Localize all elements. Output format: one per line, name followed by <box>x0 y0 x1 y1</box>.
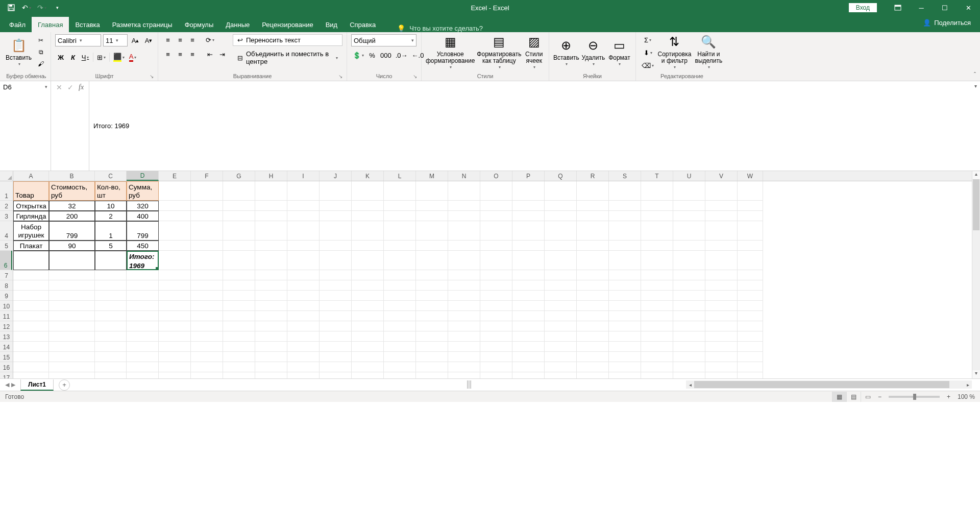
cell[interactable] <box>609 280 641 291</box>
cell[interactable] <box>577 270 609 280</box>
cell[interactable] <box>49 291 95 301</box>
cell[interactable] <box>609 291 641 301</box>
cell[interactable] <box>448 241 480 251</box>
cell[interactable] <box>545 301 577 311</box>
cell[interactable] <box>13 362 49 372</box>
cell[interactable] <box>223 221 255 241</box>
cell[interactable]: 2 <box>95 211 127 221</box>
cell[interactable] <box>641 331 673 342</box>
cell[interactable]: 320 <box>127 201 159 211</box>
cell[interactable] <box>577 352 609 362</box>
launcher-icon[interactable]: ↘ <box>42 74 46 79</box>
cell[interactable] <box>223 251 255 270</box>
row-header[interactable]: 5 <box>0 241 13 251</box>
redo-icon[interactable]: ↷▾ <box>37 3 47 13</box>
cell[interactable] <box>13 291 49 301</box>
cell[interactable] <box>49 301 95 311</box>
cell[interactable] <box>705 342 738 352</box>
cell[interactable] <box>49 342 95 352</box>
cell[interactable] <box>738 211 763 221</box>
cell[interactable] <box>384 181 416 201</box>
column-header[interactable]: G <box>223 171 255 181</box>
cell[interactable] <box>609 342 641 352</box>
cell[interactable] <box>738 362 763 372</box>
cell[interactable] <box>738 301 763 311</box>
column-header[interactable]: U <box>673 171 705 181</box>
scroll-up-icon[interactable]: ▴ <box>972 171 980 179</box>
cell[interactable] <box>127 321 159 331</box>
view-page-break-icon[interactable]: ▭ <box>861 392 875 402</box>
cell[interactable] <box>255 321 287 331</box>
zoom-knob[interactable] <box>913 394 916 400</box>
cell[interactable] <box>13 331 49 342</box>
cell[interactable] <box>13 251 49 270</box>
sheet-tab-active[interactable]: Лист1 <box>20 379 54 391</box>
cell[interactable] <box>705 301 738 311</box>
cell[interactable] <box>49 372 95 378</box>
cell[interactable] <box>255 342 287 352</box>
cell[interactable]: 450 <box>127 241 159 251</box>
insert-cells-button[interactable]: ⊕Вставить▾ <box>553 34 579 70</box>
cell[interactable] <box>545 372 577 378</box>
cell[interactable] <box>448 221 480 241</box>
cell[interactable] <box>95 352 127 362</box>
cell[interactable] <box>191 342 223 352</box>
align-right-icon[interactable]: ≡ <box>187 49 198 60</box>
cell[interactable] <box>191 211 223 221</box>
cell[interactable] <box>287 211 320 221</box>
cell[interactable] <box>352 311 384 321</box>
cell[interactable] <box>609 311 641 321</box>
scroll-right-icon[interactable]: ▸ <box>964 382 972 388</box>
cell[interactable] <box>673 301 705 311</box>
percent-icon[interactable]: % <box>366 50 378 61</box>
cell[interactable] <box>191 280 223 291</box>
cell[interactable] <box>223 280 255 291</box>
cell[interactable] <box>480 352 512 362</box>
cell[interactable] <box>480 221 512 241</box>
row-header[interactable]: 4 <box>0 221 13 241</box>
cell[interactable] <box>448 291 480 301</box>
font-name-combo[interactable]: Calibri▾ <box>55 34 101 46</box>
cell[interactable] <box>95 372 127 378</box>
row-header[interactable]: 9 <box>0 291 13 301</box>
cell[interactable] <box>95 331 127 342</box>
cell[interactable] <box>159 280 191 291</box>
cell[interactable] <box>95 362 127 372</box>
cell[interactable] <box>480 372 512 378</box>
cell[interactable] <box>49 362 95 372</box>
sheet-next-icon[interactable]: ▶ <box>11 381 15 388</box>
cell[interactable] <box>738 221 763 241</box>
cell[interactable] <box>705 270 738 280</box>
cell[interactable] <box>127 331 159 342</box>
row-header[interactable]: 3 <box>0 211 13 221</box>
cell[interactable] <box>705 280 738 291</box>
cell[interactable] <box>577 321 609 331</box>
cell[interactable] <box>287 362 320 372</box>
cell[interactable] <box>416 221 448 241</box>
cell[interactable] <box>673 311 705 321</box>
cell[interactable] <box>320 221 352 241</box>
cell[interactable] <box>738 352 763 362</box>
cell[interactable] <box>320 362 352 372</box>
cell[interactable] <box>416 201 448 211</box>
cell[interactable] <box>673 362 705 372</box>
cell[interactable] <box>577 331 609 342</box>
cell[interactable] <box>223 291 255 301</box>
cell[interactable] <box>352 301 384 311</box>
cell[interactable] <box>13 280 49 291</box>
cell[interactable] <box>416 321 448 331</box>
column-header[interactable]: L <box>384 171 416 181</box>
cell[interactable] <box>705 241 738 251</box>
cell[interactable] <box>255 211 287 221</box>
cell[interactable] <box>287 201 320 211</box>
cell[interactable] <box>384 321 416 331</box>
cell[interactable] <box>320 372 352 378</box>
cell[interactable] <box>545 181 577 201</box>
cell[interactable] <box>13 311 49 321</box>
column-header[interactable]: I <box>287 171 320 181</box>
cell[interactable] <box>191 201 223 211</box>
cell[interactable] <box>480 331 512 342</box>
cell[interactable] <box>95 311 127 321</box>
cell[interactable] <box>320 280 352 291</box>
cell[interactable] <box>287 251 320 270</box>
